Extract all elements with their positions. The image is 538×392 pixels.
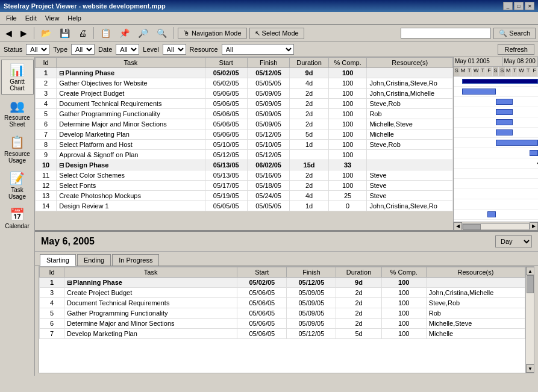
- gantt-rows: [454, 76, 538, 220]
- separator-1: [34, 27, 34, 39]
- menu-file[interactable]: File: [2, 13, 20, 23]
- cell-task: Determine Major and Minor Sections: [57, 119, 205, 129]
- open-button[interactable]: 📂: [38, 26, 54, 40]
- cell-id: 8: [36, 140, 57, 150]
- gantt-bar-14: [487, 211, 496, 217]
- cell-finish: 05/09/05: [247, 109, 289, 119]
- cell-finish: 05/16/05: [247, 170, 289, 181]
- forward-button[interactable]: ▶: [17, 26, 30, 40]
- cell-pct: 100: [328, 150, 367, 160]
- cell-finish: 06/02/05: [247, 160, 289, 170]
- gantt-scroll-track[interactable]: [462, 223, 530, 229]
- find-button[interactable]: 🔎: [135, 26, 151, 40]
- gantt-scroll-thumb[interactable]: [463, 224, 481, 230]
- top-table-area: Id Task Start Finish Duration % Comp. Re…: [35, 57, 454, 230]
- cell-duration: [290, 150, 329, 160]
- type-select[interactable]: All: [71, 44, 95, 55]
- close-button[interactable]: ✕: [525, 2, 534, 10]
- cell-start: 05/12/05: [205, 150, 247, 160]
- cell-finish: 05/05/05: [247, 201, 289, 211]
- date-select[interactable]: All: [116, 44, 139, 55]
- cell-finish: 05/12/05: [247, 129, 289, 140]
- level-select[interactable]: All: [163, 44, 186, 55]
- cell-duration: 15d: [290, 160, 329, 170]
- gantt-bar-3: [496, 99, 513, 105]
- tab-starting[interactable]: Starting: [40, 254, 76, 266]
- v-scroll-thumb[interactable]: [527, 275, 534, 293]
- v-scroll-track[interactable]: [526, 275, 534, 364]
- sidebar-item-gantt-label: GanttChart: [10, 78, 24, 92]
- cell-task: Create Photoshop Mockups: [57, 191, 205, 201]
- cell-task: ⊟Planning Phase: [64, 278, 237, 288]
- cell-finish: 05/18/05: [247, 181, 289, 191]
- cell-task: Create Project Budget: [57, 89, 205, 99]
- maximize-button[interactable]: □: [514, 2, 524, 10]
- print-button[interactable]: 🖨: [75, 26, 90, 40]
- resource-select[interactable]: All: [222, 44, 294, 55]
- cell-task: ⊟Design Phase: [57, 160, 205, 170]
- window-controls[interactable]: _ □ ✕: [503, 2, 534, 10]
- cell-finish: 05/09/05: [287, 319, 336, 329]
- main-area: 📊 GanttChart 👥 ResourceSheet 📋 ResourceU…: [0, 57, 538, 376]
- gantt-h-scrollbar[interactable]: ◀ ▶: [454, 222, 538, 230]
- cell-finish: 05/09/05: [287, 298, 336, 308]
- cell-duration: 2d: [290, 99, 329, 109]
- bottom-v-scrollbar[interactable]: ▲ ▼: [525, 267, 534, 373]
- gantt-row-4: [454, 107, 538, 117]
- cell-pct: 33: [328, 160, 367, 170]
- menu-view[interactable]: View: [42, 13, 63, 23]
- cell-start: 05/13/05: [205, 170, 247, 181]
- cell-duration: 2d: [336, 288, 381, 298]
- v-scroll-down[interactable]: ▼: [526, 364, 534, 373]
- menu-edit[interactable]: Edit: [22, 13, 40, 23]
- gantt-bar-1: [462, 79, 538, 84]
- col-header-start: Start: [205, 58, 247, 68]
- tab-ending[interactable]: Ending: [77, 254, 111, 266]
- sidebar-item-task-usage[interactable]: 📝 TaskUsage: [1, 168, 34, 203]
- paste-button[interactable]: 📌: [116, 26, 133, 40]
- cell-duration: 9d: [290, 68, 329, 78]
- cell-id: 3: [40, 288, 64, 298]
- zoom-button[interactable]: 🔍: [154, 26, 170, 40]
- date-label: Date: [98, 46, 112, 53]
- cell-finish: 05/24/05: [247, 191, 289, 201]
- back-button[interactable]: ◀: [2, 26, 15, 40]
- day-select[interactable]: Day Week Month: [495, 235, 532, 247]
- sidebar-item-resource-usage[interactable]: 📋 ResourceUsage: [1, 132, 34, 167]
- cell-pct: 100: [328, 119, 367, 129]
- select-mode-icon: ↖: [255, 30, 260, 37]
- cell-start: 05/06/05: [205, 89, 247, 99]
- cell-duration: 2d: [290, 170, 329, 181]
- minimize-button[interactable]: _: [503, 2, 513, 10]
- search-input[interactable]: [401, 28, 491, 39]
- cell-resources: John,Cristina,Steve,Ro: [367, 201, 453, 211]
- gantt-scroll-left[interactable]: ◀: [454, 222, 462, 231]
- copy-button[interactable]: 📋: [98, 26, 114, 40]
- cell-start: 05/05/05: [205, 201, 247, 211]
- gantt-week-2: May 08 200: [503, 57, 538, 66]
- window-title: Steelray Project Viewer - website develo…: [4, 2, 166, 10]
- sidebar-item-gantt-chart[interactable]: 📊 GanttChart: [1, 60, 34, 95]
- table-row: 8 Select Platform and Host 05/10/05 05/1…: [36, 140, 453, 150]
- menu-help[interactable]: Help: [64, 13, 85, 23]
- gantt-row-3: [454, 97, 538, 107]
- cell-start: 05/06/05: [205, 99, 247, 109]
- select-mode-button[interactable]: ↖ Select Mode: [249, 28, 304, 39]
- gantt-bar-8: [530, 150, 538, 156]
- select-mode-label: Select Mode: [262, 30, 299, 37]
- v-scroll-up[interactable]: ▲: [526, 267, 534, 275]
- cell-resources: Rob: [426, 308, 525, 319]
- gantt-area: May 01 2005 May 08 200 S M T W T F S S M…: [454, 57, 538, 230]
- bottom-col-header-duration: Duration: [336, 267, 381, 278]
- sidebar-item-calendar-label: Calendar: [5, 223, 30, 229]
- status-select[interactable]: All: [26, 44, 49, 55]
- gantt-scroll-right[interactable]: ▶: [530, 222, 538, 231]
- search-button[interactable]: 🔍 Search: [493, 28, 536, 39]
- refresh-button[interactable]: Refresh: [498, 44, 534, 55]
- tab-in-progress[interactable]: In Progress: [112, 254, 159, 266]
- sidebar-item-calendar[interactable]: 📅 Calendar: [1, 204, 34, 232]
- navigation-mode-button[interactable]: 🖱 Navigation Mode: [178, 28, 247, 39]
- sidebar-item-resource-sheet[interactable]: 👥 ResourceSheet: [1, 96, 34, 131]
- cell-resources: Steve: [367, 181, 453, 191]
- save-button[interactable]: 💾: [57, 26, 73, 40]
